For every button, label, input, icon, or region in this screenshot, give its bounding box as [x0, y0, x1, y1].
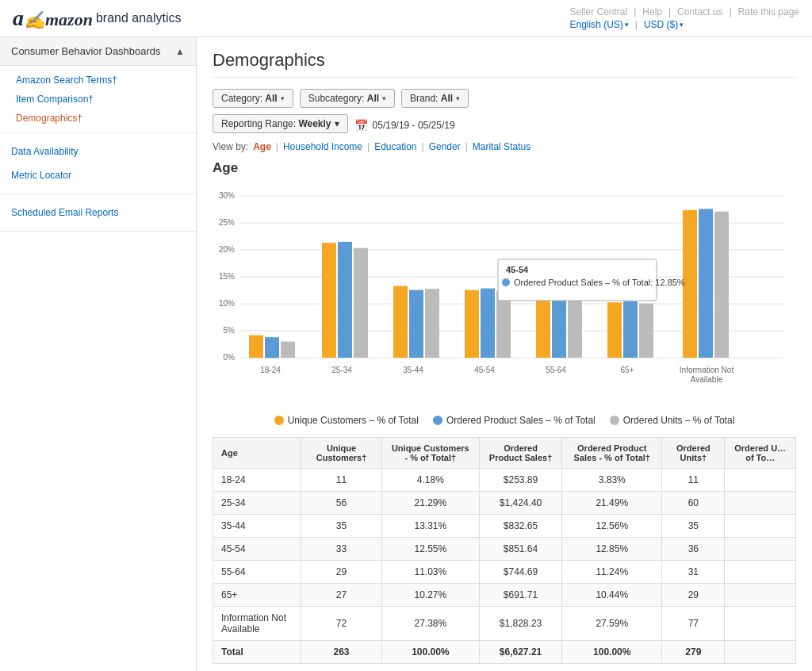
filters-row2: Reporting Range: Weekly ▾ 📅 05/19/19 - 0…	[213, 114, 796, 133]
view-by-age[interactable]: Age	[253, 141, 271, 152]
email-reports-section: Scheduled Email Reports	[0, 194, 196, 232]
legend-dot-sales	[433, 416, 442, 425]
table-row: Total263100.00%$6,627.21100.00%279	[213, 641, 796, 664]
brand-arrow-icon: ▾	[456, 94, 460, 102]
col-unique-customers: Unique Customers†	[301, 438, 381, 469]
legend-label-sales: Ordered Product Sales – % of Total	[446, 415, 596, 426]
data-availability-link[interactable]: Data Availability	[0, 140, 196, 163]
calendar-icon: 📅	[354, 119, 368, 132]
view-by-marital-status[interactable]: Marital Status	[473, 141, 530, 152]
brand-analytics-text: brand analytics	[96, 11, 182, 25]
col-ordered-sales: Ordered Product Sales†	[479, 438, 561, 469]
bar-45-54-sales	[481, 289, 495, 358]
bar-infona-sales	[699, 209, 713, 358]
seller-central-link[interactable]: Seller Central	[569, 6, 627, 17]
bar-25-34-sales	[338, 242, 352, 358]
bar-65-plus-unique	[607, 302, 622, 358]
logo: a✍mazon brand analytics	[13, 7, 182, 29]
bar-65-plus-units	[639, 304, 653, 358]
chart-title: Age	[213, 160, 796, 176]
svg-text:55-64: 55-64	[546, 366, 566, 374]
legend-ordered-units: Ordered Units – % of Total	[610, 415, 735, 426]
header-locale: English (US) ▾ | USD ($) ▾	[569, 19, 684, 30]
bar-55-64-sales	[552, 297, 566, 358]
brand-filter[interactable]: Brand: All ▾	[401, 89, 469, 108]
bar-infona-unique	[683, 210, 697, 358]
bar-45-54-unique	[465, 290, 479, 358]
sidebar-item-item-comparison[interactable]: Item Comparison†	[0, 90, 196, 109]
view-by-household-income[interactable]: Household Income	[283, 141, 362, 152]
sidebar-items: Amazon Search Terms† Item Comparison† De…	[0, 66, 196, 132]
bar-infona-units	[714, 212, 729, 358]
table-header-row: Age Unique Customers† Unique Customers -…	[213, 438, 796, 469]
date-range: 📅 05/19/19 - 05/25/19	[354, 119, 455, 132]
category-filter[interactable]: Category: All ▾	[213, 89, 293, 108]
rate-page-link[interactable]: Rate this page	[738, 6, 799, 17]
language-arrow-icon: ▾	[625, 21, 629, 29]
chevron-up-icon: ▲	[175, 46, 185, 57]
svg-text:30%: 30%	[219, 191, 235, 200]
bar-55-64-unique	[536, 298, 550, 358]
bar-25-34-units	[354, 248, 368, 358]
bar-35-44-units	[425, 289, 439, 358]
main-content: Demographics Category: All ▾ Subcategory…	[197, 37, 812, 671]
view-by: View by: Age | Household Income | Educat…	[213, 141, 796, 152]
language-selector[interactable]: English (US) ▾	[569, 19, 628, 30]
bar-65-plus-sales	[623, 301, 638, 358]
date-range-text: 05/19/19 - 05/25/19	[373, 120, 455, 131]
sidebar-item-demographics[interactable]: Demographics†	[0, 109, 196, 128]
table-row: 55-642911.03%$744.6911.24%31	[213, 561, 796, 584]
consumer-behavior-label: Consumer Behavior Dashboards	[11, 45, 161, 57]
consumer-behavior-header[interactable]: Consumer Behavior Dashboards ▲	[0, 37, 196, 66]
subcategory-filter[interactable]: Subcategory: All ▾	[300, 89, 395, 108]
data-table: Age Unique Customers† Unique Customers -…	[213, 437, 796, 664]
bar-25-34-unique	[322, 243, 336, 358]
layout: Consumer Behavior Dashboards ▲ Amazon Se…	[0, 37, 812, 671]
svg-text:45-54: 45-54	[506, 265, 529, 274]
view-by-gender[interactable]: Gender	[429, 141, 461, 152]
help-link[interactable]: Help	[642, 6, 662, 17]
svg-text:Ordered Product Sales – % of T: Ordered Product Sales – % of Total: 12.8…	[514, 278, 685, 287]
svg-text:45-54: 45-54	[474, 366, 495, 374]
chart-container: 30% 25% 20% 15% 10% 5% 0%	[213, 184, 796, 408]
filters-row1: Category: All ▾ Subcategory: All ▾ Brand…	[213, 89, 796, 108]
svg-text:20%: 20%	[219, 245, 235, 254]
col-age: Age	[213, 438, 301, 469]
bar-35-44-sales	[409, 290, 423, 358]
table-row: Information Not Available7227.38%$1,828.…	[213, 607, 796, 641]
col-unique-customers-pct: Unique Customers - % of Total†	[381, 438, 479, 469]
svg-text:18-24: 18-24	[260, 366, 281, 374]
table-row: 35-443513.31%$832.6512.56%35	[213, 515, 796, 538]
legend-dot-units	[610, 416, 619, 425]
bar-18-24-units	[281, 342, 295, 358]
table-row: 25-345621.29%$1,424.4021.49%60	[213, 492, 796, 515]
amazon-logo: a✍mazon brand analytics	[13, 7, 182, 29]
currency-selector[interactable]: USD ($) ▾	[644, 19, 684, 30]
bar-35-44-unique	[393, 286, 408, 359]
svg-text:15%: 15%	[219, 272, 235, 281]
bar-18-24-sales	[265, 337, 279, 358]
tooltip-dot	[502, 278, 510, 286]
legend-ordered-product-sales: Ordered Product Sales – % of Total	[433, 415, 596, 426]
svg-text:10%: 10%	[219, 299, 235, 308]
header: a✍mazon brand analytics Seller Central |…	[0, 0, 812, 37]
table-row: 65+2710.27%$691.7110.44%29	[213, 584, 796, 607]
contact-us-link[interactable]: Contact us	[677, 6, 722, 17]
svg-text:5%: 5%	[224, 326, 236, 335]
col-ordered-sales-pct: Ordered Product Sales - % of Total†	[562, 438, 662, 469]
category-arrow-icon: ▾	[281, 94, 285, 102]
legend-dot-unique	[274, 416, 284, 425]
table-row: 45-543312.55%$851.6412.85%36	[213, 538, 796, 561]
scheduled-email-reports-link[interactable]: Scheduled Email Reports	[0, 201, 196, 224]
currency-arrow-icon: ▾	[680, 21, 684, 29]
metric-locator-link[interactable]: Metric Locator	[0, 163, 196, 187]
svg-text:0%: 0%	[224, 353, 236, 362]
page-title: Demographics	[213, 50, 796, 78]
sidebar-item-search-terms[interactable]: Amazon Search Terms†	[0, 71, 196, 90]
col-ordered-units: Ordered Units†	[662, 438, 725, 469]
table-body: 18-24114.18%$253.893.83%1125-345621.29%$…	[213, 469, 796, 664]
table-row: 18-24114.18%$253.893.83%11	[213, 469, 796, 492]
reporting-range-filter[interactable]: Reporting Range: Weekly ▾	[213, 114, 348, 133]
svg-text:35-44: 35-44	[403, 366, 423, 374]
view-by-education[interactable]: Education	[374, 141, 416, 152]
